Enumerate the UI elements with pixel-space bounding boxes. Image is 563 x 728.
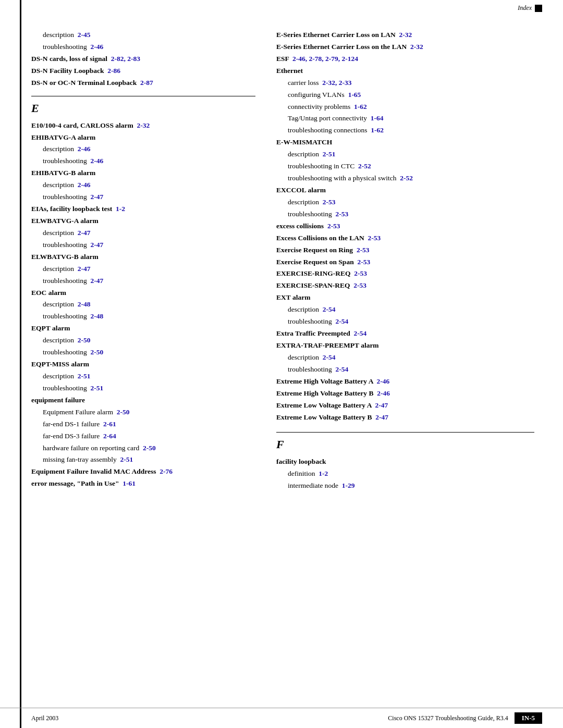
header-index-label: Index (518, 4, 532, 12)
page-ref[interactable]: 2-54 (323, 353, 336, 361)
page-ref[interactable]: 2-54 (336, 317, 349, 325)
page-ref[interactable]: 2-64 (103, 432, 116, 440)
page-ref[interactable]: 2-47 (78, 265, 91, 273)
page-header: Index (0, 0, 563, 14)
list-item: definition 1-2 (276, 468, 534, 479)
list-item: troubleshooting 2-51 (31, 383, 255, 394)
list-item: DS-N Facility Loopback 2-86 (31, 66, 255, 77)
list-item: Tag/Untag port connectivity 1-64 (276, 113, 534, 124)
main-content: description 2-45 troubleshooting 2-46 DS… (0, 14, 563, 492)
list-item: description 2-45 (31, 30, 255, 41)
list-item: equipment failure (31, 395, 255, 406)
page-ref[interactable]: 2-50 (117, 408, 130, 416)
page-ref[interactable]: 2-50 (143, 444, 156, 452)
page-ref[interactable]: 2-53 (368, 234, 381, 242)
page-ref[interactable]: 2-48 (78, 300, 91, 308)
page-ref[interactable]: 2-32 (410, 43, 423, 51)
pre-section-entries: description 2-45 troubleshooting 2-46 DS… (31, 30, 255, 89)
page-ref[interactable]: 2-47 (91, 193, 104, 201)
list-item: Extra Traffic Preempted 2-54 (276, 328, 534, 339)
list-item: excess collisions 2-53 (276, 221, 534, 232)
list-item: configuring VLANs 1-65 (276, 90, 534, 101)
page-ref[interactable]: 1-61 (123, 479, 136, 487)
list-item: ELWBATVG-A alarm (31, 216, 255, 227)
page-ref[interactable]: 2-53 (354, 269, 367, 277)
page-ref[interactable]: 2-82, 2-83 (111, 55, 140, 63)
list-item: ELWBATVG-B alarm (31, 252, 255, 263)
page-ref[interactable]: 2-53 (357, 258, 370, 266)
page-ref[interactable]: 2-46 (91, 157, 104, 165)
page-ref[interactable]: 2-53 (336, 210, 349, 218)
page-ref[interactable]: 2-87 (140, 79, 153, 87)
section-divider-f (276, 432, 534, 433)
section-divider-e (31, 96, 255, 96)
page-ref[interactable]: 2-32, 2-33 (322, 79, 351, 87)
list-item: far-end DS-3 failure 2-64 (31, 431, 255, 442)
page-ref[interactable]: 2-53 (327, 222, 340, 230)
page-ref[interactable]: 2-61 (103, 420, 116, 428)
right-entries: E-Series Ethernet Carrier Loss on LAN 2-… (276, 30, 534, 423)
page-ref[interactable]: 2-32 (137, 121, 150, 129)
page-ref[interactable]: 1-62 (354, 103, 367, 110)
page-ref[interactable]: 2-32 (399, 31, 412, 39)
page-ref[interactable]: 1-2 (319, 470, 328, 477)
page-ref[interactable]: 2-52 (358, 162, 371, 170)
page-ref[interactable]: 2-45 (78, 31, 91, 39)
page-ref[interactable]: 2-51 (323, 150, 336, 158)
page-ref[interactable]: 2-46 (91, 43, 104, 51)
right-column: E-Series Ethernet Carrier Loss on LAN 2-… (271, 30, 534, 492)
list-item: EXTRA-TRAF-PREEMPT alarm (276, 340, 534, 351)
page-ref[interactable]: 2-47 (91, 277, 104, 285)
list-item: description 2-51 (276, 149, 534, 160)
section-e-entries: E10/100-4 card, CARLOSS alarm 2-32 EHIBA… (31, 120, 255, 490)
list-item: Extreme High Voltage Battery B 2-46 (276, 388, 534, 399)
page-ref[interactable]: 2-53 (323, 198, 336, 206)
page-ref[interactable]: 2-51 (78, 372, 91, 380)
list-item: E-Series Ethernet Carrier Loss on LAN 2-… (276, 30, 534, 41)
list-item: troubleshooting 2-46 (31, 156, 255, 167)
page-ref[interactable]: 2-46 (78, 145, 91, 153)
page-ref[interactable]: 2-46 (377, 389, 390, 397)
page-ref[interactable]: 2-46, 2-78, 2-79, 2-124 (292, 55, 358, 63)
page-ref[interactable]: 2-54 (353, 329, 366, 337)
list-item: EHIBATVG-B alarm (31, 168, 255, 179)
list-item: far-end DS-1 failure 2-61 (31, 419, 255, 430)
page-ref[interactable]: 2-46 (376, 377, 389, 385)
page-ref[interactable]: 2-52 (400, 174, 413, 182)
page-ref[interactable]: 2-86 (107, 67, 120, 75)
list-item: troubleshooting 2-53 (276, 209, 534, 220)
page-ref[interactable]: 2-51 (91, 384, 104, 392)
list-item: facility loopback (276, 456, 534, 467)
footer-page-badge: IN-5 (515, 712, 542, 724)
page-ref[interactable]: 2-51 (120, 455, 133, 463)
list-item: description 2-46 (31, 144, 255, 155)
list-item: troubleshooting 2-54 (276, 316, 534, 327)
list-item: carrier loss 2-32, 2-33 (276, 78, 534, 89)
page-ref[interactable]: 2-47 (91, 241, 104, 249)
page-ref[interactable]: 1-64 (371, 114, 384, 122)
page-ref[interactable]: 1-2 (116, 205, 125, 213)
page-ref[interactable]: 2-47 (375, 413, 388, 421)
page-ref[interactable]: 1-65 (348, 91, 361, 98)
page-ref[interactable]: 2-47 (78, 229, 91, 237)
page-ref[interactable]: 2-53 (353, 281, 366, 289)
list-item: description 2-53 (276, 197, 534, 208)
page-ref[interactable]: 1-62 (371, 126, 384, 134)
page-ref[interactable]: 2-48 (91, 312, 104, 320)
page-ref[interactable]: 2-50 (78, 336, 91, 344)
list-item: troubleshooting 2-47 (31, 276, 255, 287)
page-ref[interactable]: 2-47 (375, 401, 388, 409)
list-item: troubleshooting in CTC 2-52 (276, 161, 534, 172)
page-ref[interactable]: 1-29 (342, 482, 355, 489)
page-ref[interactable]: 2-76 (160, 467, 173, 475)
footer-right: Cisco ONS 15327 Troubleshooting Guide, R… (388, 712, 542, 724)
list-item: description 2-50 (31, 335, 255, 346)
page-ref[interactable]: 2-50 (91, 348, 104, 356)
list-item: EQPT-MISS alarm (31, 359, 255, 370)
page-ref[interactable]: 2-54 (323, 305, 336, 313)
list-item: Equipment Failure alarm 2-50 (31, 407, 255, 418)
page-ref[interactable]: 2-54 (336, 365, 349, 373)
page-ref[interactable]: 2-53 (357, 246, 370, 254)
page: Index description 2-45 troubleshooting 2… (0, 0, 563, 728)
page-ref[interactable]: 2-46 (78, 181, 91, 189)
